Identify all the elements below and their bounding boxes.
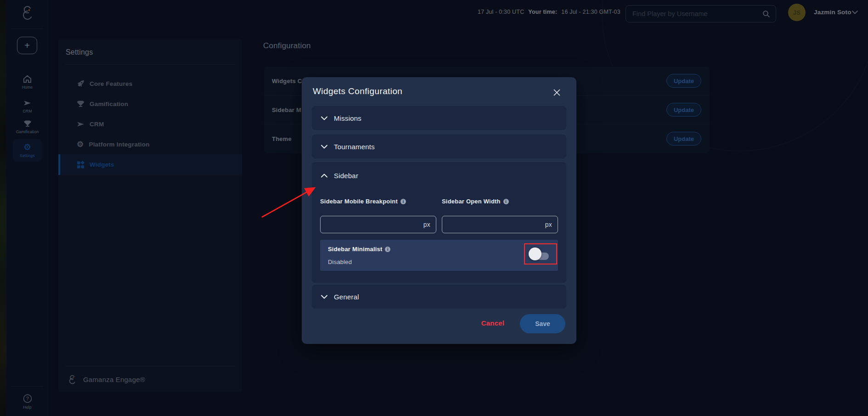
toggle-switch-off[interactable] bbox=[529, 247, 541, 260]
chevron-down-icon bbox=[321, 145, 327, 149]
sidebar-open-width-label: Sidebar Open Width i bbox=[442, 198, 509, 205]
accordion-label: General bbox=[334, 293, 359, 301]
widgets-configuration-modal: Widgets Configuration Missions Tournamen… bbox=[302, 77, 576, 344]
accordion-tournaments[interactable]: Tournaments bbox=[312, 135, 566, 158]
accordion-missions[interactable]: Missions bbox=[312, 106, 566, 130]
accordion-sidebar-expanded: Sidebar Sidebar Mobile Breakpoint i Side… bbox=[312, 162, 566, 283]
accordion-label: Tournaments bbox=[334, 143, 375, 151]
chevron-up-icon bbox=[321, 174, 327, 178]
sidebar-minimalist-label: Sidebar Minimalist i bbox=[328, 246, 390, 253]
modal-title: Widgets Configuration bbox=[313, 86, 402, 96]
field-label-text: Sidebar Open Width bbox=[442, 198, 501, 205]
accordion-label: Missions bbox=[334, 114, 361, 122]
sidebar-open-width-input[interactable] bbox=[442, 221, 545, 228]
sidebar-mobile-breakpoint-input[interactable] bbox=[321, 221, 423, 228]
annotation-red-rectangle bbox=[524, 243, 557, 264]
accordion-general[interactable]: General bbox=[312, 285, 566, 309]
accordion-label: Sidebar bbox=[334, 172, 358, 180]
info-icon[interactable]: i bbox=[503, 199, 509, 204]
info-icon[interactable]: i bbox=[385, 247, 390, 252]
chevron-down-icon bbox=[321, 116, 327, 120]
sidebar-open-width-field: px bbox=[442, 216, 558, 233]
sidebar-minimalist-state: Disabled bbox=[328, 259, 352, 265]
px-unit-suffix: px bbox=[423, 221, 436, 228]
sidebar-mobile-breakpoint-label: Sidebar Mobile Breakpoint i bbox=[320, 198, 406, 205]
info-icon[interactable]: i bbox=[400, 199, 406, 204]
accordion-sidebar-header[interactable]: Sidebar bbox=[312, 162, 566, 189]
save-button[interactable]: Save bbox=[520, 314, 565, 333]
px-unit-suffix: px bbox=[545, 221, 558, 228]
close-icon[interactable] bbox=[552, 87, 562, 97]
field-label-text: Sidebar Mobile Breakpoint bbox=[320, 198, 398, 205]
cancel-button[interactable]: Cancel bbox=[474, 319, 511, 327]
sidebar-mobile-breakpoint-field: px bbox=[320, 216, 436, 233]
sidebar-minimalist-row: Sidebar Minimalist i Disabled bbox=[320, 240, 558, 271]
chevron-down-icon bbox=[321, 295, 327, 299]
field-label-text: Sidebar Minimalist bbox=[328, 246, 382, 253]
